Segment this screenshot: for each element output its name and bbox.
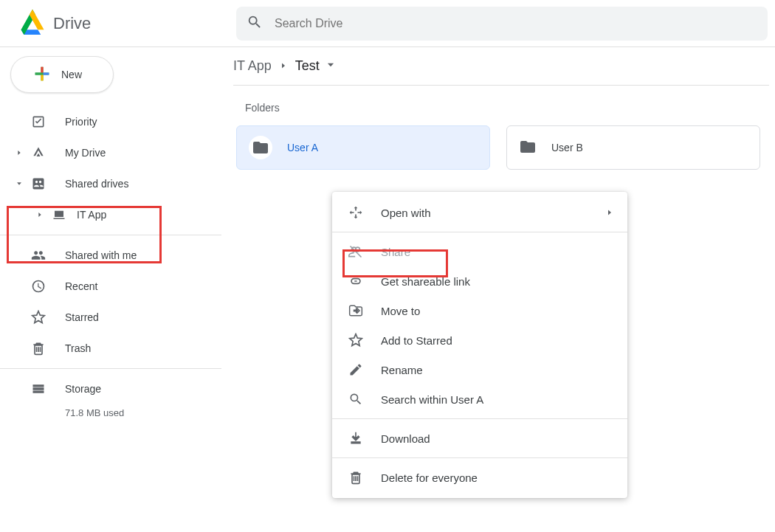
link-icon (347, 274, 365, 289)
menu-open-with[interactable]: Open with (332, 198, 627, 227)
people-icon (30, 248, 47, 263)
share-icon (347, 244, 365, 259)
logo-area[interactable]: Drive (0, 8, 236, 39)
trash-icon (30, 341, 47, 356)
menu-share: Share (332, 237, 627, 266)
sidebar-item-shareddrives[interactable]: Shared drives (0, 168, 221, 199)
sidebar-item-sharedwithme[interactable]: Shared with me (0, 240, 221, 271)
star-icon (347, 333, 365, 348)
drive-icon (30, 145, 47, 160)
chevron-right-icon (605, 207, 614, 219)
menu-delete[interactable]: Delete for everyone (332, 463, 627, 492)
folder-card-user-a[interactable]: User A (236, 125, 490, 170)
storage-icon (30, 381, 47, 396)
menu-search-within[interactable]: Search within User A (332, 384, 627, 414)
storage-used-label: 71.8 MB used (0, 407, 221, 418)
product-name: Drive (53, 14, 91, 33)
menu-add-starred[interactable]: Add to Starred (332, 325, 627, 355)
collapse-arrow-icon[interactable] (13, 180, 25, 187)
menu-get-link[interactable]: Get shareable link (332, 266, 627, 296)
move-icon (347, 303, 365, 318)
sidebar-item-itapp[interactable]: IT App (0, 199, 221, 230)
rename-icon (347, 362, 365, 377)
divider (0, 368, 221, 369)
menu-download[interactable]: Download (332, 424, 627, 453)
folder-icon (249, 136, 272, 159)
folder-icon (519, 138, 537, 158)
divider (0, 235, 221, 235)
menu-divider (332, 232, 627, 232)
breadcrumb: IT App Test (233, 47, 769, 86)
drive-logo-icon (19, 8, 46, 39)
star-icon (30, 310, 47, 325)
search-input[interactable] (273, 16, 757, 31)
download-icon (347, 431, 365, 446)
open-with-icon (347, 205, 365, 220)
sidebar-item-trash[interactable]: Trash (0, 333, 221, 364)
plus-icon (32, 63, 52, 86)
search-icon (247, 14, 263, 32)
priority-icon (30, 114, 47, 129)
new-button[interactable]: New (10, 56, 114, 93)
folder-card-user-b[interactable]: User B (506, 125, 760, 170)
search-box[interactable] (236, 7, 768, 41)
chevron-right-icon (279, 58, 288, 74)
breadcrumb-current[interactable]: Test (295, 58, 336, 74)
menu-divider (332, 418, 627, 419)
expand-arrow-icon[interactable] (13, 149, 25, 156)
chevron-down-icon (320, 58, 336, 74)
shared-drive-icon (50, 208, 68, 221)
sidebar-item-mydrive[interactable]: My Drive (0, 137, 221, 168)
expand-arrow-icon[interactable] (34, 211, 46, 218)
sidebar-item-recent[interactable]: Recent (0, 271, 221, 302)
menu-rename[interactable]: Rename (332, 355, 627, 384)
menu-move-to[interactable]: Move to (332, 296, 627, 325)
shared-drives-icon (30, 176, 47, 191)
search-icon (347, 392, 365, 407)
new-button-label: New (61, 69, 82, 80)
folder-name: User A (287, 142, 318, 153)
clock-icon (30, 279, 47, 294)
folders-section-label: Folders (245, 102, 769, 114)
trash-icon (347, 470, 365, 485)
sidebar-item-priority[interactable]: Priority (0, 106, 221, 137)
sidebar-item-starred[interactable]: Starred (0, 302, 221, 333)
breadcrumb-parent[interactable]: IT App (233, 58, 272, 74)
folder-name: User B (551, 142, 583, 153)
sidebar-item-storage[interactable]: Storage (0, 373, 221, 404)
context-menu: Open with Share Get shareable link Move … (332, 192, 627, 498)
menu-divider (332, 457, 627, 458)
